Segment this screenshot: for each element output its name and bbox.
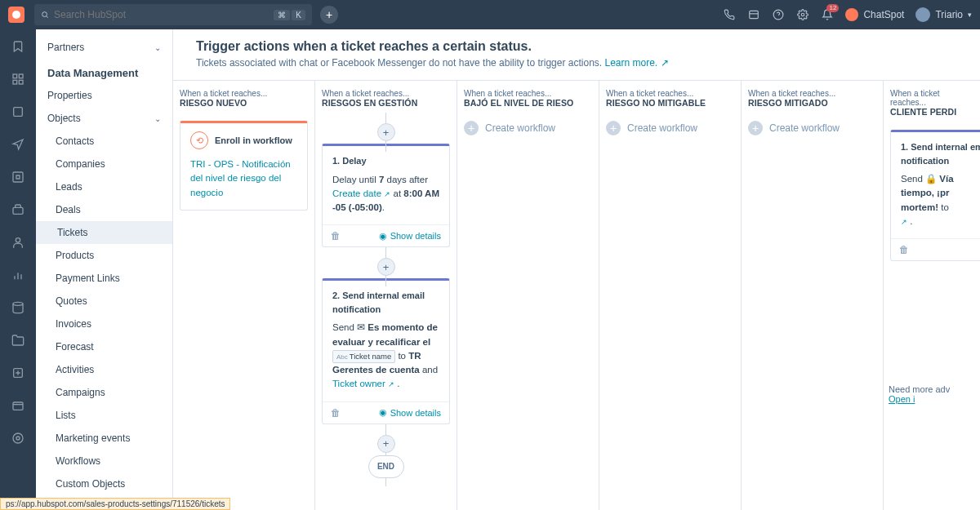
sidebar-deals[interactable]: Deals [36, 198, 172, 221]
status-column-4: When a ticket reaches... RIESGO NO MITIG… [599, 81, 742, 510]
columns: When a ticket reaches... RIESGO NUEVO ⟲ … [173, 81, 980, 510]
svg-point-13 [16, 238, 20, 242]
columns-viewport[interactable]: When a ticket reaches... RIESGO NUEVO ⟲ … [173, 81, 980, 510]
rail-commerce-icon[interactable] [11, 398, 25, 413]
svg-point-20 [13, 433, 23, 443]
sidebar-workflows[interactable]: Workflows [36, 450, 172, 472]
rail-bookmark-icon[interactable] [11, 39, 25, 54]
sidebar-contacts[interactable]: Contacts [36, 130, 172, 153]
search-wrap[interactable]: ⌘K [34, 4, 312, 25]
sidebar-companies[interactable]: Companies [36, 153, 172, 175]
search-shortcut: ⌘K [274, 10, 305, 20]
sidebar-payment-links[interactable]: Payment Links [36, 267, 172, 290]
status-column-1: When a ticket reaches... RIESGO NUEVO ⟲ … [173, 81, 315, 510]
sidebar-marketing-events[interactable]: Marketing events [36, 427, 172, 450]
topbar: ⌘K + 12 ChatSpot Triario▾ [0, 0, 980, 29]
card-title: 1. Send internal email notification [901, 140, 980, 167]
svg-rect-7 [19, 74, 23, 78]
rail-marketing-icon[interactable] [11, 137, 25, 152]
phone-icon[interactable] [723, 8, 736, 21]
search-input[interactable] [54, 9, 274, 20]
column-subhead: When a ticket reaches... [180, 89, 308, 98]
create-workflow-button[interactable]: +Create workflow [464, 121, 592, 135]
page-subtitle: Tickets associated with chat or Facebook… [196, 57, 957, 69]
sidebar-properties[interactable]: Properties [36, 84, 172, 107]
sidebar-activities[interactable]: Activities [36, 358, 172, 381]
sidebar-custom-objects[interactable]: Custom Objects [36, 472, 172, 495]
plus-icon: + [606, 121, 621, 135]
learn-more-link[interactable]: Learn more. [604, 57, 657, 69]
column-subhead: When a ticket reaches... [748, 89, 876, 98]
notification-badge: 12 [826, 4, 839, 12]
advice-text: Need more adv Open i [889, 384, 980, 404]
page-header: Trigger actions when a ticket reaches a … [173, 29, 980, 81]
svg-rect-8 [19, 80, 23, 84]
hubspot-logo[interactable] [8, 7, 24, 23]
notifications-icon[interactable]: 12 [821, 8, 834, 21]
workflow-link[interactable]: TRI - OPS - Notificación del nivel de ri… [190, 159, 291, 197]
rail-settings-icon[interactable] [11, 431, 25, 446]
column-title: CLIENTE PERDI [890, 107, 974, 117]
chevron-down-icon: ⌄ [154, 43, 161, 52]
sidebar-invoices[interactable]: Invoices [36, 313, 172, 335]
settings-icon[interactable] [796, 8, 809, 21]
sidebar-lists[interactable]: Lists [36, 404, 172, 427]
rail-reports-icon[interactable] [11, 268, 25, 282]
rail-files-icon[interactable] [11, 333, 25, 348]
rail-grid-icon[interactable] [11, 72, 25, 86]
create-workflow-button[interactable]: +Create workflow [748, 121, 876, 135]
sidebar-forecast[interactable]: Forecast [36, 335, 172, 358]
add-step-button[interactable]: + [377, 435, 395, 453]
add-step-button[interactable]: + [377, 123, 395, 141]
sidebar-products[interactable]: Products [36, 244, 172, 267]
sidebar-quotes[interactable]: Quotes [36, 290, 172, 313]
create-date-link[interactable]: Create date [332, 188, 381, 198]
show-details-button[interactable]: ◉Show details [379, 231, 441, 242]
chatspot-button[interactable]: ChatSpot [845, 8, 904, 21]
column-title: RIESGOS EN GESTIÓN [322, 98, 450, 108]
svg-rect-11 [13, 172, 23, 182]
create-workflow-button[interactable]: +Create workflow [606, 121, 734, 135]
sidebar-leads[interactable]: Leads [36, 175, 172, 198]
enroll-workflow-card[interactable]: ⟲ Enroll in workflow TRI - OPS - Notific… [180, 121, 308, 211]
status-column-2: When a ticket reaches... RIESGOS EN GEST… [315, 81, 457, 510]
rail-sales-icon[interactable] [11, 170, 25, 184]
delete-step-button[interactable]: 🗑 [899, 244, 909, 255]
rail-crm-icon[interactable] [11, 104, 25, 119]
show-details-button[interactable]: ◉Show details [379, 407, 441, 418]
rail-automate-icon[interactable] [11, 366, 25, 380]
create-button[interactable]: + [320, 6, 338, 24]
account-menu[interactable]: Triario▾ [915, 7, 972, 22]
eye-icon: ◉ [379, 231, 387, 242]
sidebar-campaigns[interactable]: Campaigns [36, 381, 172, 404]
lock-icon: 🔒 [925, 174, 937, 184]
open-in-link[interactable]: Open i [889, 394, 915, 404]
delete-step-button[interactable]: 🗑 [331, 230, 341, 242]
ticket-owner-link[interactable]: Ticket owner [332, 379, 385, 388]
svg-rect-9 [13, 80, 17, 84]
delete-step-button[interactable]: 🗑 [331, 407, 341, 419]
help-icon[interactable] [772, 8, 785, 21]
end-node: END [368, 455, 404, 478]
add-step-button[interactable]: + [377, 258, 395, 276]
rail-data-icon[interactable] [11, 300, 25, 315]
connector: + [322, 432, 450, 455]
svg-rect-6 [13, 74, 17, 78]
external-link-icon: ↗ [388, 380, 394, 388]
rail-service-icon[interactable] [11, 202, 25, 217]
column-title: RIESGO NUEVO [180, 98, 308, 108]
sidebar-partners[interactable]: Partners⌄ [36, 36, 172, 59]
sidebar-tickets[interactable]: Tickets [36, 221, 172, 244]
plus-icon: + [748, 121, 763, 135]
svg-rect-10 [14, 108, 23, 117]
page-title: Trigger actions when a ticket reaches a … [196, 39, 957, 54]
email-card[interactable]: 2. Send internal email notification Send… [322, 278, 450, 424]
email-card-partial[interactable]: 1. Send internal email notification Send… [890, 130, 980, 261]
rail-contacts-icon[interactable] [11, 235, 25, 250]
ticket-name-token: AbcTicket name [332, 350, 395, 363]
marketplace-icon[interactable] [747, 8, 760, 21]
sidebar-objects[interactable]: Objects⌄ [36, 107, 172, 130]
delay-card[interactable]: 1. Delay Delay until 7 days after Create… [322, 144, 450, 247]
main: Partners⌄ Data Management Properties Obj… [0, 29, 980, 510]
connector: + [322, 121, 450, 144]
